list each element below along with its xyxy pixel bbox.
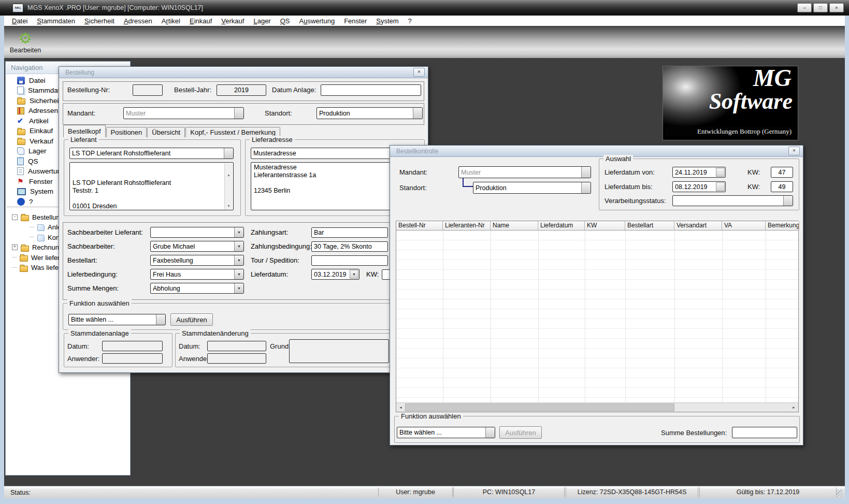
standort-combo[interactable]: Produktion xyxy=(316,107,423,119)
summe-bestellungen-field[interactable] xyxy=(732,427,797,438)
column-header-kw[interactable]: KW xyxy=(585,221,625,231)
mandant-combo[interactable]: Muster xyxy=(123,107,244,119)
lieferdatum-von-picker[interactable]: 24.11.2019 xyxy=(672,167,726,178)
sd-aend-anwender-field[interactable] xyxy=(207,353,266,364)
column-header-lieferdatum[interactable]: Lieferdatum xyxy=(538,221,585,231)
bestellkontrolle-titlebar[interactable]: Bestellkontrolle × xyxy=(390,146,803,157)
bestell-jahr-field[interactable]: 2019 xyxy=(217,84,266,96)
lieferant-address-box[interactable]: ▲ ▼ LS TOP Lieferant Rohstofflieferant T… xyxy=(69,162,234,210)
chevron-down-icon xyxy=(234,108,243,119)
funktion-combo[interactable]: Bitte wählen ... xyxy=(68,314,166,325)
bestellung-titlebar[interactable]: Bestellung × xyxy=(59,67,428,78)
menu-item-stammdaten[interactable]: Stammdaten xyxy=(32,17,80,25)
bearbeiten-button[interactable]: ⚙ Bearbeiten xyxy=(7,27,44,56)
bestellung-nr-field[interactable] xyxy=(133,84,163,96)
menu-item-system[interactable]: System xyxy=(371,17,403,25)
menu-item-datei[interactable]: Datei xyxy=(7,17,32,25)
scrollbar-thumb[interactable] xyxy=(405,404,674,411)
ausfuehren-button[interactable]: Ausführen xyxy=(170,313,213,326)
bk-mandant-combo[interactable]: Muster xyxy=(458,166,591,178)
column-header-versandart[interactable]: Versandart xyxy=(674,221,722,231)
grund-field[interactable] xyxy=(289,339,389,363)
menu-item-artikel[interactable]: Artikel xyxy=(157,17,185,25)
column-header-lieferanten-nr[interactable]: Lieferanten-Nr xyxy=(443,221,491,231)
vertical-scrollbar[interactable]: ▲ ▼ xyxy=(224,163,233,209)
sachbearbeiter-combo[interactable]: Grube Michael▼ xyxy=(150,241,244,252)
menu-item-einkauf[interactable]: Einkauf xyxy=(185,17,217,25)
menu-item-fenster[interactable]: Fenster xyxy=(339,17,371,25)
bk-ausfuehren-button[interactable]: Ausführen xyxy=(499,426,542,439)
tree-item-bestellung[interactable]: -Bestellung xyxy=(12,212,64,222)
tree-item-was-liefert[interactable]: Was liefert xyxy=(12,263,63,273)
flag-icon xyxy=(17,178,25,185)
column-header-bestellart[interactable]: Bestellart xyxy=(625,221,674,231)
collapse-icon[interactable]: - xyxy=(12,214,18,220)
bk-standort-combo[interactable]: Produktion xyxy=(473,182,591,194)
lieferdatum-picker[interactable]: 03.12.2019▼ xyxy=(311,269,359,280)
lieferbedingung-combo[interactable]: Frei Haus▼ xyxy=(150,269,244,280)
menu-item-qs[interactable]: QS xyxy=(276,17,295,25)
column-header-va[interactable]: VA xyxy=(722,221,766,231)
chevron-down-icon: ▼ xyxy=(350,270,358,279)
lieferant-combo[interactable]: LS TOP Lieferant Rohstofflieferant xyxy=(69,148,234,159)
lieferdatum-bis-label: Lieferdatum bis: xyxy=(605,183,653,191)
column-header-name[interactable]: Name xyxy=(491,221,538,231)
orders-table-body[interactable] xyxy=(396,231,798,402)
tree-connector xyxy=(30,237,34,238)
sachbearbeiter-lieferant-combo[interactable]: ▼ xyxy=(150,227,244,238)
resize-grip[interactable] xyxy=(836,489,843,497)
bk-funktion-combo[interactable]: Bitte wählen ... xyxy=(397,427,495,438)
scroll-up-icon[interactable]: ▲ xyxy=(225,171,233,178)
application-window: MG MGS XenoX .PRO [User: mgrube] [Comput… xyxy=(0,0,849,504)
combo-value: Frei Haus xyxy=(153,269,234,279)
menu-item-sicherheit[interactable]: Sicherheit xyxy=(80,17,119,25)
scroll-left-icon[interactable]: ◄ xyxy=(396,403,405,412)
question-icon xyxy=(17,198,25,206)
menu-item-auswertung[interactable]: Auswertung xyxy=(295,17,340,25)
zahlungsart-field[interactable]: Bar xyxy=(311,227,388,238)
minimize-button[interactable]: – xyxy=(797,3,812,12)
menu-item-adressen[interactable]: Adressen xyxy=(119,17,157,25)
scroll-down-icon[interactable]: ▼ xyxy=(225,202,233,209)
menu-item-verkauf[interactable]: Verkauf xyxy=(217,17,249,25)
menu-item-lager[interactable]: Lager xyxy=(249,17,275,25)
bestellung-title: Bestellung xyxy=(65,69,94,76)
chevron-down-icon xyxy=(156,314,165,325)
sd-aend-anwender-label: Anwender: xyxy=(179,355,211,363)
zahlungsbedingung-field[interactable]: 30 Tage, 2% Skonto xyxy=(311,241,388,252)
bestellkontrolle-close-button[interactable]: × xyxy=(788,147,800,155)
summe-mengen-combo[interactable]: Abholung▼ xyxy=(150,283,244,294)
tree-item-wer-liefert[interactable]: Wer liefert xyxy=(12,252,62,263)
close-icon: × xyxy=(418,69,421,75)
close-button[interactable]: × xyxy=(829,3,844,12)
orders-table: Bestell-NrLieferanten-NrNameLieferdatumK… xyxy=(396,221,799,412)
summe-bestellungen-label: Summe Bestellungen: xyxy=(661,429,727,437)
app-titlebar[interactable]: MG MGS XenoX .PRO [User: mgrube] [Comput… xyxy=(0,0,849,16)
chevron-down-icon xyxy=(783,196,793,206)
maximize-button[interactable]: □ xyxy=(813,3,828,12)
bestellart-combo[interactable]: Faxbestellung▼ xyxy=(150,255,244,266)
scroll-right-icon[interactable]: ► xyxy=(789,403,798,412)
logo-software-text: Software xyxy=(709,88,793,114)
bestellung-close-button[interactable]: × xyxy=(413,68,425,77)
datum-anlage-field[interactable] xyxy=(321,84,421,96)
verarbeitungsstatus-combo[interactable] xyxy=(672,195,793,206)
folder-icon xyxy=(20,266,28,272)
kw-von-field[interactable]: 47 xyxy=(771,167,793,178)
sd-anlage-datum-field[interactable] xyxy=(102,341,163,351)
horizontal-scrollbar[interactable]: ◄ ► xyxy=(396,402,798,412)
expand-icon[interactable]: + xyxy=(12,244,18,250)
column-header-bestell-nr[interactable]: Bestell-Nr xyxy=(396,221,443,231)
lieferdatum-bis-picker[interactable]: 08.12.2019 xyxy=(672,181,726,192)
tab-bersicht[interactable]: Übersicht xyxy=(147,127,185,137)
combo-value: Grube Michael xyxy=(153,241,234,251)
kw-bis-field[interactable]: 49 xyxy=(771,181,793,192)
tab-positionen[interactable]: Positionen xyxy=(106,127,147,137)
column-header-bemerkung[interactable]: Bemerkung xyxy=(766,221,799,231)
tree-item-rechnung[interactable]: +Rechnung xyxy=(12,242,63,253)
sd-aend-datum-field[interactable] xyxy=(207,341,266,351)
sd-anlage-anwender-field[interactable] xyxy=(102,353,163,364)
menu-item-item[interactable]: ? xyxy=(404,17,416,25)
tour-spedition-field[interactable] xyxy=(311,255,388,266)
toolbar: ⚙ Bearbeiten xyxy=(4,26,845,58)
